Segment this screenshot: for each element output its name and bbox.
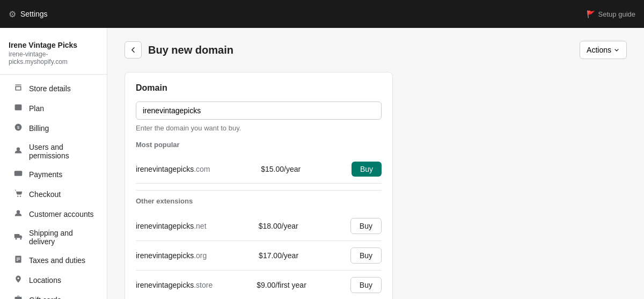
domain-input[interactable] — [136, 101, 382, 120]
sidebar-item-label: Plan — [29, 104, 44, 113]
flag-icon: 🚩 — [587, 10, 595, 18]
svg-point-8 — [17, 210, 20, 213]
sidebar-item-billing[interactable]: $ Billing — [4, 119, 103, 138]
domain-name-store: irenevintagepicks.store — [136, 281, 213, 289]
setup-guide-button[interactable]: 🚩 Setup guide — [587, 10, 635, 18]
page-header: Buy new domain Actions — [125, 41, 627, 59]
input-hint: Enter the domain you want to buy. — [136, 124, 382, 132]
sidebar-item-taxes[interactable]: Taxes and duties — [4, 251, 103, 270]
buy-button-net[interactable]: Buy — [350, 218, 382, 234]
topbar-left: ⚙ Settings — [9, 9, 48, 19]
svg-point-10 — [20, 238, 21, 239]
sidebar-item-label: Customer accounts — [29, 210, 94, 218]
svg-point-3 — [17, 147, 20, 150]
domain-name-org: irenevintagepicks.org — [136, 251, 207, 260]
page-title: Buy new domain — [148, 44, 233, 56]
domain-card: Domain Enter the domain you want to buy.… — [125, 72, 393, 299]
svg-point-15 — [17, 278, 19, 279]
domain-ext-com: .com — [194, 165, 210, 173]
shipping-icon — [13, 232, 24, 243]
domain-card-title: Domain — [136, 83, 382, 93]
svg-rect-0 — [15, 104, 22, 110]
sidebar-item-payments[interactable]: Payments — [4, 165, 103, 184]
divider — [136, 190, 382, 191]
sidebar-item-label: Users and permissions — [29, 143, 94, 160]
settings-label: Settings — [20, 10, 48, 18]
guide-label: Setup guide — [598, 10, 635, 18]
location-icon — [13, 275, 24, 286]
buy-button-com[interactable]: Buy — [352, 162, 382, 177]
domain-price-net: $18.00/year — [259, 222, 298, 230]
sidebar-item-store-details[interactable]: Store details — [4, 79, 103, 98]
buy-button-store[interactable]: Buy — [350, 277, 382, 293]
svg-point-7 — [20, 195, 21, 196]
sidebar-item-plan[interactable]: Plan — [4, 99, 103, 118]
domain-row-store: irenevintagepicks.store $9.00/first year… — [136, 271, 382, 299]
sidebar-item-locations[interactable]: Locations — [4, 271, 103, 290]
sidebar-item-label: Gift cards — [29, 296, 61, 299]
svg-rect-5 — [14, 172, 22, 173]
domain-ext-net: .net — [194, 222, 206, 230]
actions-button[interactable]: Actions — [580, 41, 627, 59]
domain-row-com: irenevintagepicks.com $15.00/year Buy — [136, 155, 382, 184]
buy-button-org[interactable]: Buy — [350, 247, 382, 264]
sidebar: Irene Vintage Picks irene-vintage-picks.… — [0, 28, 107, 299]
layout: Irene Vintage Picks irene-vintage-picks.… — [0, 28, 644, 299]
billing-icon: $ — [13, 123, 24, 134]
actions-label: Actions — [587, 46, 611, 54]
topbar: ⚙ Settings 🚩 Setup guide — [0, 0, 644, 28]
sidebar-item-label: Shipping and delivery — [29, 229, 94, 246]
domain-price-com: $15.00/year — [261, 165, 301, 173]
domain-price-org: $17.00/year — [259, 251, 298, 260]
sidebar-item-shipping[interactable]: Shipping and delivery — [4, 224, 103, 250]
payments-icon — [13, 169, 24, 180]
taxes-icon — [13, 255, 24, 266]
store-name: Irene Vintage Picks — [9, 41, 98, 49]
domain-name-net: irenevintagepicks.net — [136, 222, 207, 230]
most-popular-label: Most popular — [136, 141, 382, 149]
other-extensions-label: Other extensions — [136, 197, 382, 205]
domain-ext-org: .org — [194, 251, 207, 260]
plan-icon — [13, 103, 24, 114]
svg-point-9 — [15, 238, 17, 239]
domain-row-org: irenevintagepicks.org $17.00/year Buy — [136, 241, 382, 271]
domain-name-com: irenevintagepicks.com — [136, 165, 210, 173]
back-button[interactable] — [125, 41, 142, 59]
sidebar-item-label: Payments — [29, 170, 62, 179]
gear-icon: ⚙ — [9, 9, 16, 19]
page-title-row: Buy new domain — [125, 41, 233, 59]
sidebar-item-label: Checkout — [29, 190, 61, 199]
domain-ext-store: .store — [194, 281, 213, 289]
checkout-icon — [13, 189, 24, 200]
store-info: Irene Vintage Picks irene-vintage-picks.… — [0, 37, 107, 75]
sidebar-item-label: Taxes and duties — [29, 256, 85, 265]
svg-point-6 — [17, 195, 18, 196]
sidebar-item-label: Locations — [29, 276, 61, 285]
sidebar-item-gift-cards[interactable]: Gift cards — [4, 290, 103, 299]
sidebar-item-users[interactable]: Users and permissions — [4, 138, 103, 164]
svg-rect-17 — [15, 297, 22, 298]
sidebar-item-checkout[interactable]: Checkout — [4, 185, 103, 204]
sidebar-item-customer-accounts[interactable]: Customer accounts — [4, 205, 103, 224]
gift-icon — [13, 295, 24, 299]
store-icon — [13, 83, 24, 94]
store-url: irene-vintage-picks.myshopify.com — [9, 50, 98, 65]
domain-row-net: irenevintagepicks.net $18.00/year Buy — [136, 212, 382, 241]
sidebar-item-label: Store details — [29, 84, 71, 93]
main-content: Buy new domain Actions Domain Enter the … — [107, 28, 644, 299]
customer-icon — [13, 209, 24, 220]
sidebar-item-label: Billing — [29, 124, 49, 133]
users-icon — [13, 146, 24, 157]
svg-text:$: $ — [17, 125, 20, 130]
domain-price-store: $9.00/first year — [257, 281, 306, 289]
